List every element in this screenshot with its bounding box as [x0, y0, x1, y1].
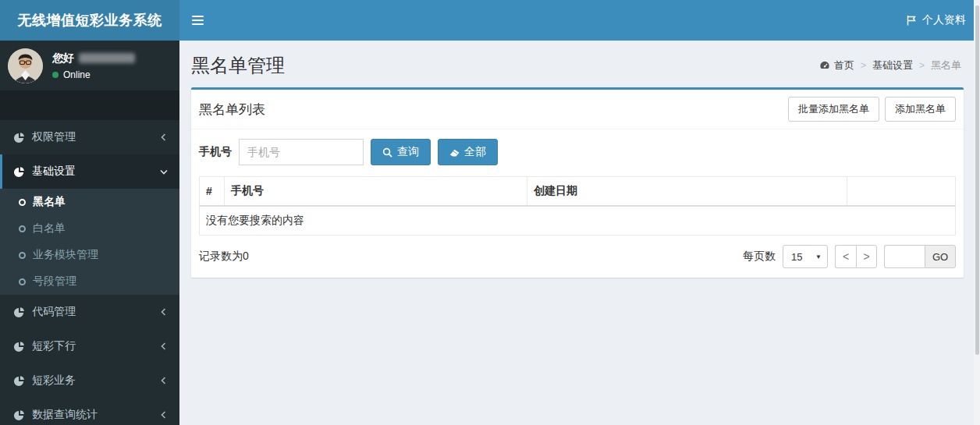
chevron-down-icon [159, 167, 169, 176]
sidebar-menu: 权限管理 基础设置 黑名单 白名单 [0, 120, 179, 425]
go-button[interactable]: GO [925, 245, 956, 268]
sidebar-item-sms-downlink[interactable]: 短彩下行 [0, 329, 179, 363]
query-button[interactable]: 查询 [371, 139, 431, 165]
breadcrumb-separator: > [861, 60, 866, 71]
caret-down-icon: ▼ [815, 253, 822, 260]
circle-o-icon [19, 278, 26, 285]
pie-chart-icon [13, 306, 25, 318]
hamburger-icon [192, 16, 204, 25]
breadcrumb-basic-settings[interactable]: 基础设置 [872, 58, 913, 73]
pie-chart-icon [13, 132, 25, 143]
user-name-redacted [79, 53, 135, 63]
submenu-basic-settings: 黑名单 白名单 业务模块管理 号段管理 [0, 189, 179, 295]
sidebar: 您好 Online 权限管理 基础设置 [0, 41, 179, 425]
empty-state-text: 没有您要搜索的内容 [200, 206, 956, 236]
submenu-item-whitelist[interactable]: 白名单 [0, 215, 179, 242]
panel-header: 黑名单列表 批量添加黑名单 添加黑名单 [191, 90, 964, 129]
sidebar-item-sms-business[interactable]: 短彩业务 [0, 363, 179, 398]
blacklist-panel: 黑名单列表 批量添加黑名单 添加黑名单 手机号 查询 [191, 87, 964, 278]
submenu-item-blacklist[interactable]: 黑名单 [0, 189, 179, 215]
panel-title: 黑名单列表 [199, 101, 265, 119]
chevron-left-icon [159, 342, 169, 351]
table-header-row: # 手机号 创建日期 [200, 177, 956, 207]
search-icon [382, 147, 392, 158]
sidebar-item-data-query-stats[interactable]: 数据查询统计 [0, 398, 179, 425]
top-navbar: 个人资料 [179, 0, 980, 41]
record-count: 记录数为0 [199, 250, 249, 264]
submenu-item-business-module-mgmt[interactable]: 业务模块管理 [0, 242, 179, 268]
all-button[interactable]: 全部 [438, 139, 498, 165]
prev-page-button[interactable]: < [835, 245, 856, 268]
chevron-left-icon [159, 133, 169, 142]
add-blacklist-button[interactable]: 添加黑名单 [885, 97, 956, 122]
column-header-index: # [200, 177, 225, 207]
scrollbar-track[interactable] [974, 0, 980, 425]
pie-chart-icon [13, 375, 25, 387]
column-header-phone: 手机号 [225, 177, 527, 207]
user-panel: 您好 Online [0, 41, 179, 90]
circle-o-icon [19, 199, 26, 206]
column-header-actions [847, 177, 956, 207]
page-size-value: 15 [791, 251, 802, 263]
sidebar-divider [0, 90, 179, 120]
page-size-label: 每页数 [743, 250, 776, 264]
dashboard-icon [819, 60, 830, 71]
online-label: Online [63, 69, 91, 80]
circle-o-icon [19, 252, 26, 259]
pie-chart-icon [13, 409, 25, 421]
pie-chart-icon [13, 166, 25, 178]
phone-input[interactable] [239, 139, 364, 165]
chevron-left-icon [159, 307, 169, 317]
online-dot-icon [52, 72, 59, 78]
chevron-left-icon [159, 410, 169, 420]
breadcrumb: 首页 > 基础设置 > 黑名单 [819, 58, 961, 73]
app-title: 无线增值短彩业务系统 [18, 11, 162, 30]
sidebar-item-code-mgmt[interactable]: 代码管理 [0, 295, 179, 329]
breadcrumb-home[interactable]: 首页 [819, 58, 854, 73]
user-greeting: 您好 [52, 51, 74, 66]
chevron-left-icon [159, 376, 169, 385]
next-page-button[interactable]: > [856, 245, 877, 268]
pagination-controls: 每页数 15 ▼ < > GO [743, 245, 956, 268]
user-status: Online [52, 69, 135, 80]
column-header-created-date: 创建日期 [527, 177, 847, 207]
flag-icon [906, 15, 917, 26]
page-title: 黑名单管理 [191, 53, 285, 78]
pie-chart-icon [13, 341, 25, 352]
table-footer: 记录数为0 每页数 15 ▼ < > GO [199, 245, 956, 268]
search-form: 手机号 查询 全部 [199, 136, 956, 167]
blacklist-table: # 手机号 创建日期 没有您要搜索的内容 [199, 176, 956, 236]
goto-page-input[interactable] [884, 245, 925, 268]
page-size-select[interactable]: 15 ▼ [783, 245, 828, 268]
avatar [8, 48, 43, 83]
app-logo[interactable]: 无线增值短彩业务系统 [0, 0, 179, 41]
submenu-item-number-segment-mgmt[interactable]: 号段管理 [0, 268, 179, 295]
scrollbar-thumb[interactable] [975, 5, 979, 355]
user-info: 您好 Online [52, 51, 135, 80]
profile-label: 个人资料 [922, 13, 966, 27]
phone-field-label: 手机号 [199, 145, 232, 159]
breadcrumb-separator: > [919, 60, 925, 71]
table-empty-row: 没有您要搜索的内容 [200, 206, 956, 236]
panel-body: 手机号 查询 全部 [191, 129, 964, 278]
circle-o-icon [19, 225, 26, 232]
sidebar-toggle-button[interactable] [179, 0, 215, 41]
content-header: 黑名单管理 首页 > 基础设置 > 黑名单 [179, 41, 980, 87]
app-header: 无线增值短彩业务系统 个人资料 [0, 0, 980, 41]
eraser-icon [449, 147, 460, 158]
content-area: 黑名单管理 首页 > 基础设置 > 黑名单 黑名单列表 批量添加黑名单 [179, 41, 980, 425]
sidebar-item-basic-settings[interactable]: 基础设置 黑名单 白名单 业务模块管理 [0, 154, 179, 295]
sidebar-item-permission-mgmt[interactable]: 权限管理 [0, 120, 179, 154]
profile-link[interactable]: 个人资料 [892, 0, 980, 41]
batch-add-blacklist-button[interactable]: 批量添加黑名单 [788, 97, 879, 122]
breadcrumb-current: 黑名单 [931, 58, 961, 73]
